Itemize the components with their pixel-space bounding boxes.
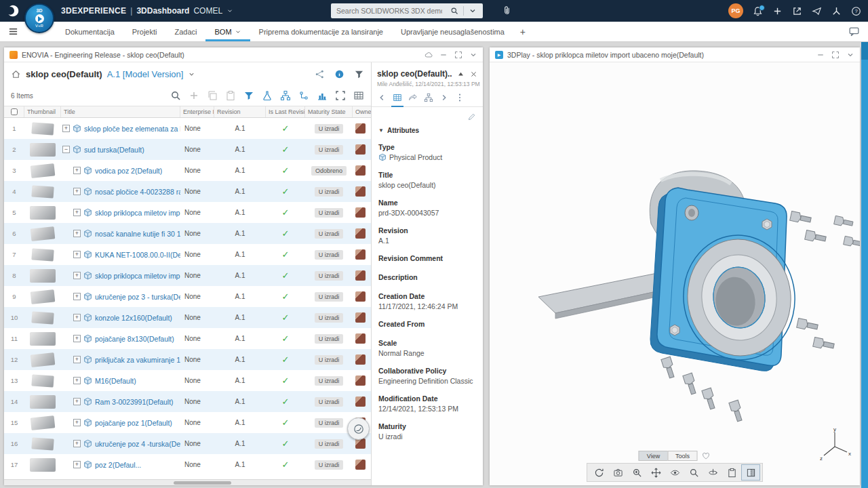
table-row[interactable]: 1 + sklop ploče bez elemenata za levi...… bbox=[4, 118, 371, 139]
owner-avatar[interactable] bbox=[355, 165, 366, 176]
paper-plane-icon[interactable] bbox=[812, 6, 822, 16]
item-title-link[interactable]: sklop priklopca miletov import... bbox=[95, 209, 180, 217]
expand-toggle[interactable]: + bbox=[73, 293, 81, 300]
select-all-checkbox[interactable] bbox=[11, 108, 18, 115]
root-chevron-icon[interactable] bbox=[188, 70, 195, 78]
item-title-link[interactable]: nosač pločice 4-0023288 raz... bbox=[95, 188, 180, 196]
table-row[interactable]: 6 + nosač kanalne kutije fi 30 11... Non… bbox=[4, 223, 371, 244]
expand-toggle[interactable]: + bbox=[73, 209, 81, 216]
col-header-revision[interactable]: Revision bbox=[214, 106, 266, 117]
col-header-title[interactable]: Title bbox=[61, 106, 180, 117]
search-options-chevron-icon[interactable] bbox=[469, 7, 477, 15]
table-row[interactable]: 7 + KUKA NET-1008.00.0-II(Defa... None A… bbox=[4, 244, 371, 265]
plus-icon[interactable] bbox=[772, 6, 783, 16]
expand-toggle[interactable]: + bbox=[73, 356, 81, 363]
owner-avatar[interactable] bbox=[355, 270, 366, 281]
owner-avatar[interactable] bbox=[355, 228, 366, 239]
dashboard-tab[interactable]: Upravljanje neusaglašenostima bbox=[392, 22, 513, 41]
assistant-button[interactable] bbox=[347, 418, 370, 440]
owner-avatar[interactable] bbox=[355, 144, 366, 155]
close-panel-icon[interactable] bbox=[470, 70, 477, 78]
table-row[interactable]: 11 + pojačanje 8x130(Default) None A.1 ✓… bbox=[4, 328, 371, 349]
table-row[interactable]: 8 + sklop priklopca miletov import... No… bbox=[4, 265, 371, 286]
favorite-icon[interactable] bbox=[702, 451, 711, 460]
item-title-link[interactable]: ukručenje poz 4 -turska(Defa... bbox=[95, 440, 180, 448]
expand-toggle[interactable]: + bbox=[73, 461, 81, 468]
owner-avatar[interactable] bbox=[355, 460, 366, 470]
item-title-link[interactable]: Ram 3-0023991(Default) bbox=[95, 398, 174, 406]
table-row[interactable]: 5 + sklop priklopca miletov import... No… bbox=[4, 202, 371, 223]
owner-avatar[interactable] bbox=[355, 354, 366, 365]
table-row[interactable]: 9 + ukručenje poz 3 - turska(Defa... Non… bbox=[4, 286, 371, 307]
owner-avatar[interactable] bbox=[355, 249, 366, 260]
tree-icon[interactable] bbox=[298, 90, 309, 101]
expand-toggle[interactable]: + bbox=[73, 251, 81, 258]
add-tab-button[interactable]: + bbox=[513, 26, 532, 37]
col-header-thumbnail[interactable]: Thumbnail bbox=[24, 106, 61, 117]
col-header-maturity-state[interactable]: Maturity State bbox=[305, 106, 353, 117]
copy-icon[interactable] bbox=[207, 90, 218, 101]
owner-avatar[interactable] bbox=[355, 123, 366, 134]
table-row[interactable]: 17 + poz 2(Defaul... None A.1 ✓ U izradi bbox=[4, 454, 371, 475]
expand-toggle[interactable]: + bbox=[73, 188, 81, 195]
dashboard-tab[interactable]: Zadaci bbox=[165, 22, 205, 41]
table-row[interactable]: 15 + pojačanje poz 1(Default) None A.1 ✓… bbox=[4, 412, 371, 433]
item-title-link[interactable]: M16(Default) bbox=[95, 377, 136, 385]
expand-toggle[interactable]: + bbox=[73, 419, 81, 426]
item-title-link[interactable]: ukručenje poz 3 - turska(Defa... bbox=[95, 293, 180, 301]
owner-avatar[interactable] bbox=[355, 207, 366, 218]
plus-icon[interactable] bbox=[189, 90, 199, 101]
global-search[interactable] bbox=[331, 3, 483, 18]
search-icon[interactable] bbox=[450, 7, 458, 15]
expand-toggle[interactable]: + bbox=[73, 440, 81, 447]
table-row[interactable]: 14 + Ram 3-0023991(Default) None A.1 ✓ U… bbox=[4, 391, 371, 412]
table-row[interactable]: 12 + priključak za vakumiranje 12... Non… bbox=[4, 349, 371, 370]
owner-avatar[interactable] bbox=[355, 291, 366, 302]
clipboard-icon[interactable] bbox=[225, 90, 236, 101]
home-icon[interactable] bbox=[11, 69, 21, 79]
col-header-enterprise-item[interactable]: Enterprise Ite... bbox=[180, 106, 214, 117]
collapse-panel-icon[interactable] bbox=[457, 70, 465, 78]
viewport-tab[interactable]: Tools bbox=[668, 451, 698, 461]
owner-avatar[interactable] bbox=[355, 439, 366, 449]
hamburger-menu-icon[interactable] bbox=[8, 26, 18, 37]
table-row[interactable]: 16 + ukručenje poz 4 -turska(Defa... Non… bbox=[4, 433, 371, 454]
table-row[interactable]: 2 − sud turska(Default) None A.1 ✓ U izr… bbox=[4, 139, 371, 160]
col-header-owner[interactable]: Owner bbox=[353, 106, 371, 117]
collapsed-side-panel[interactable] bbox=[861, 42, 868, 488]
item-title-link[interactable]: sud turska(Default) bbox=[84, 146, 144, 154]
share-box-icon[interactable] bbox=[792, 6, 802, 16]
info-icon[interactable] bbox=[334, 69, 344, 79]
item-title-link[interactable]: poz 2(Defaul... bbox=[95, 461, 141, 469]
dashboard-tab[interactable]: BOM bbox=[205, 22, 250, 41]
maximize-icon[interactable] bbox=[454, 51, 462, 59]
owner-avatar[interactable] bbox=[355, 396, 366, 407]
owner-avatar[interactable] bbox=[355, 312, 366, 323]
item-title-link[interactable]: KUKA NET-1008.00.0-II(Defa... bbox=[95, 251, 180, 259]
structure-icon[interactable] bbox=[280, 90, 291, 101]
item-title-link[interactable]: nosač kanalne kutije fi 30 11... bbox=[95, 230, 180, 238]
compass-icon[interactable]: 3D V+R bbox=[24, 3, 54, 33]
magnifier-icon[interactable] bbox=[170, 90, 181, 101]
dashboard-name[interactable]: COMEL bbox=[193, 6, 222, 16]
chart-icon[interactable] bbox=[317, 90, 328, 101]
swym-icon[interactable] bbox=[831, 6, 842, 16]
col-header-is-last-revision[interactable]: Is Last Revision bbox=[266, 106, 305, 117]
item-title-link[interactable]: konzole 12x160(Default) bbox=[95, 314, 172, 322]
item-title-link[interactable]: sklop ploče bez elemenata za levi... bbox=[84, 125, 180, 133]
dashboard-tab[interactable]: Priprema dokumentacije za lansiranje bbox=[250, 22, 392, 41]
more-dots-icon[interactable] bbox=[455, 93, 465, 102]
owner-avatar[interactable] bbox=[355, 186, 366, 197]
cloud-icon[interactable] bbox=[425, 51, 433, 59]
enovia-widget-header[interactable]: ENOVIA - Engineering Release - sklop ceo… bbox=[4, 47, 483, 62]
dashboard-chevron-icon[interactable] bbox=[226, 7, 233, 14]
item-title-link[interactable]: pojačanje 8x130(Default) bbox=[95, 335, 174, 343]
table-row[interactable]: 10 + konzole 12x160(Default) None A.1 ✓ … bbox=[4, 307, 371, 328]
flask-icon[interactable] bbox=[262, 90, 273, 101]
expand-toggle[interactable]: + bbox=[62, 125, 70, 132]
chevron-down-icon[interactable] bbox=[469, 51, 477, 59]
maximize-icon[interactable] bbox=[831, 51, 840, 59]
comments-icon[interactable] bbox=[848, 26, 860, 37]
item-title-link[interactable]: vodica poz 2(Default) bbox=[95, 167, 162, 175]
chevron-down-icon[interactable] bbox=[846, 51, 854, 59]
